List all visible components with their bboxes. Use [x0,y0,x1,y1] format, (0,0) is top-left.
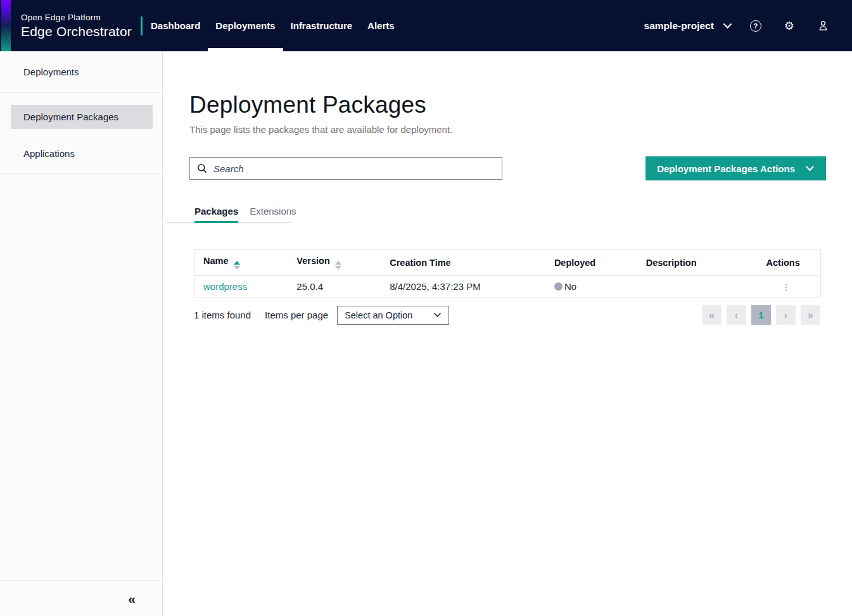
deployed-status-label: No [564,281,576,292]
sidebar-spacer [0,174,162,580]
package-name-link[interactable]: wordpress [203,281,247,292]
actions-button-label: Deployment Packages Actions [657,163,795,174]
sidebar-item-label: Applications [23,148,75,159]
page-subtitle: This page lists the packages that are av… [189,124,852,135]
topbar-right: sample-project ? ⚙ [644,0,852,51]
gear-icon[interactable]: ⚙ [784,19,794,33]
brand-logo[interactable]: Open Edge Platform Edge Orchestrator [21,0,132,51]
nav-item-label: Dashboard [151,20,200,31]
tab-label: Extensions [250,206,296,217]
top-nav: Dashboard Deployments Infrastructure Ale… [143,0,402,51]
search-box[interactable] [189,157,502,180]
column-header-name[interactable]: Name [195,250,289,276]
column-label: Name [203,256,229,266]
brand-line1: Open Edge Platform [21,13,132,22]
column-header-creation-time: Creation Time [381,250,546,276]
chevron-down-icon [805,165,815,172]
nav-item-alerts[interactable]: Alerts [360,0,402,51]
package-creation-time: 8/4/2025, 4:37:23 PM [390,281,480,292]
nav-item-dashboard[interactable]: Dashboard [143,0,208,51]
column-label: Actions [766,258,800,268]
project-selector-label[interactable]: sample-project [644,20,714,32]
page-size-select[interactable]: Select an Option [337,306,449,325]
deployment-packages-actions-button[interactable]: Deployment Packages Actions [645,156,826,180]
sidebar-footer: « [0,580,162,616]
sidebar-item-label: Deployments [23,66,79,77]
package-version: 25.0.4 [296,281,323,292]
tab-bar: Packages Extensions [167,206,291,223]
sidebar: Deployments Deployment Packages Applicat… [0,51,163,616]
brand-line2: Edge Orchestrator [21,24,132,39]
pagination: « ‹ 1 › » [702,305,820,325]
toolbar: Deployment Packages Actions [189,156,852,180]
nav-item-infrastructure[interactable]: Infrastructure [283,0,360,51]
pagination-first-button[interactable]: « [702,305,722,325]
column-header-actions: Actions [758,250,821,276]
search-input[interactable] [213,163,495,174]
sort-icon[interactable] [335,261,341,270]
column-header-deployed: Deployed [546,250,638,276]
table-row: wordpress 25.0.4 8/4/2025, 4:37:23 PM No… [195,276,821,298]
column-header-version[interactable]: Version [288,250,381,276]
column-label: Version [296,256,329,266]
sidebar-item-label: Deployment Packages [23,111,118,122]
nav-item-deployments[interactable]: Deployments [208,0,283,51]
page-size-value: Select an Option [345,310,412,320]
main-content: Deployment Packages This page lists the … [163,51,852,616]
status-dot-icon [554,282,563,291]
search-icon [197,163,207,173]
column-header-description: Description [638,250,758,276]
sidebar-item-applications[interactable]: Applications [0,129,162,174]
top-navbar: Open Edge Platform Edge Orchestrator Das… [0,0,852,51]
sidebar-item-deployment-packages[interactable]: Deployment Packages [11,105,153,129]
pagination-prev-button[interactable]: ‹ [727,305,746,325]
table-header-row: Name Version Creation Time Deployed Desc [195,250,821,276]
pagination-next-button[interactable]: › [776,305,796,325]
tab-extensions[interactable]: Extensions [250,206,296,222]
items-per-page-label: Items per page [265,310,328,320]
row-actions-kebab-icon[interactable]: ⋮ [766,282,791,292]
chevron-down-icon [433,312,442,318]
column-label: Deployed [554,258,595,268]
sidebar-item-deployments[interactable]: Deployments [0,51,162,93]
list-footer: 1 items found Items per page Select an O… [194,305,820,325]
brand-gradient-stripe [1,0,11,51]
project-chevron-down-icon[interactable] [723,23,732,29]
sidebar-collapse-icon[interactable]: « [128,592,136,605]
pagination-last-button[interactable]: » [801,305,820,325]
sort-icon[interactable] [234,261,240,270]
column-label: Description [646,258,697,268]
column-label: Creation Time [390,258,450,268]
tab-label: Packages [194,206,238,217]
pagination-page-1-button[interactable]: 1 [751,305,771,325]
tab-packages[interactable]: Packages [194,206,238,222]
nav-item-label: Deployments [215,20,275,31]
help-icon[interactable]: ? [750,20,761,32]
nav-item-label: Infrastructure [291,20,353,31]
deployed-status: No [554,281,638,292]
brand-divider [141,16,143,35]
packages-table-wrap: Name Version Creation Time Deployed Desc [194,249,821,298]
nav-item-label: Alerts [367,20,395,31]
user-icon[interactable] [817,20,829,32]
packages-table: Name Version Creation Time Deployed Desc [194,249,821,298]
page-title: Deployment Packages [189,92,852,118]
items-found-text: 1 items found [194,310,251,320]
